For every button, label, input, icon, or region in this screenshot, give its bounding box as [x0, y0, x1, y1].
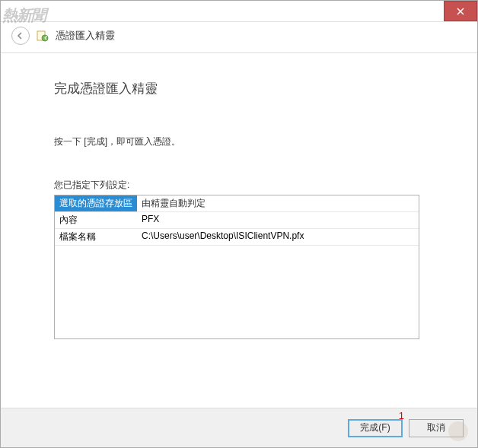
settings-listbox[interactable]: 選取的憑證存放區 由精靈自動判定 內容 PFX 檔案名稱 C:\Users\us… — [54, 195, 419, 339]
setting-value: C:\Users\user\Desktop\ISIClientVPN.pfx — [137, 229, 419, 246]
table-row[interactable]: 選取的憑證存放區 由精靈自動判定 — [55, 195, 419, 212]
cancel-button[interactable]: 取消 — [409, 419, 464, 437]
settings-label: 您已指定下列設定: — [54, 179, 432, 192]
page-heading: 完成憑證匯入精靈 — [54, 80, 432, 97]
instruction-text: 按一下 [完成]，即可匯入憑證。 — [54, 135, 432, 148]
setting-label: 檔案名稱 — [55, 229, 137, 246]
wizard-footer: 1 完成(F) 取消 — [1, 408, 477, 447]
settings-table: 選取的憑證存放區 由精靈自動判定 內容 PFX 檔案名稱 C:\Users\us… — [55, 195, 419, 246]
setting-label: 內容 — [55, 212, 137, 229]
titlebar — [1, 1, 477, 22]
wizard-content: 完成憑證匯入精靈 按一下 [完成]，即可匯入憑證。 您已指定下列設定: 選取的憑… — [1, 53, 477, 408]
close-button[interactable] — [444, 1, 477, 21]
setting-value: 由精靈自動判定 — [137, 195, 419, 212]
arrow-left-icon — [16, 31, 25, 40]
close-icon — [457, 8, 464, 15]
back-button[interactable] — [11, 27, 30, 45]
wizard-window: 憑證匯入精靈 完成憑證匯入精靈 按一下 [完成]，即可匯入憑證。 您已指定下列設… — [0, 0, 478, 448]
wizard-header: 憑證匯入精靈 — [1, 22, 477, 53]
table-row[interactable]: 檔案名稱 C:\Users\user\Desktop\ISIClientVPN.… — [55, 229, 419, 246]
setting-label: 選取的憑證存放區 — [55, 195, 137, 212]
setting-value: PFX — [137, 212, 419, 229]
certificate-wizard-icon — [36, 29, 49, 43]
table-row[interactable]: 內容 PFX — [55, 212, 419, 229]
finish-button[interactable]: 完成(F) — [348, 419, 403, 437]
wizard-title: 憑證匯入精靈 — [56, 29, 115, 43]
